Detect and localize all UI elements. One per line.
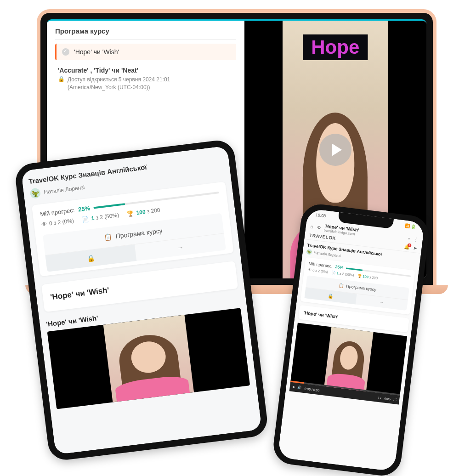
- progress-label: Мій прогрес:: [308, 261, 333, 268]
- stat-trophy: 🏆 100 з 200: [357, 274, 378, 280]
- program-title: Програма курсу: [55, 27, 236, 40]
- refresh-icon[interactable]: ⟲: [317, 225, 321, 230]
- lock-icon: 🔒: [86, 254, 95, 262]
- lesson-video-block: 'Hope' чи 'Wish': [46, 296, 250, 409]
- avatar-icon: 🦖: [29, 187, 41, 199]
- lesson-title: 'Hope' чи 'Wish': [74, 48, 119, 56]
- stat-docs: 📄 1 з 2 (50%): [331, 271, 354, 278]
- avatar-icon: 🦖: [306, 249, 312, 255]
- locked-lesson-sub: Доступ відкриється 5 червня 2024 21:01 (…: [68, 76, 170, 91]
- stat-docs: 📄1 1 з 2 (50%)з 2 (50%): [82, 212, 119, 223]
- locked-lesson-title: 'Accurate' , 'Tidy' чи 'Neat': [58, 67, 233, 74]
- bell-badge: 1: [408, 243, 412, 247]
- list-icon: 📋: [339, 283, 344, 288]
- list-icon: 📋: [104, 233, 113, 241]
- tablet-mockup: TravelOK Курс Знавців Англійської 🦖 Ната…: [14, 139, 269, 462]
- video-overlay-text: Hope: [303, 34, 368, 60]
- program-title: Програма курсу: [115, 227, 163, 240]
- progress-percent: 25%: [335, 265, 344, 270]
- check-icon: [62, 48, 69, 56]
- speed-label[interactable]: 1x: [378, 396, 381, 400]
- program-title: Програма курсу: [346, 284, 377, 292]
- menu-icon[interactable]: ⋮: [413, 236, 418, 242]
- progress-percent: 25%: [78, 205, 91, 213]
- trophy-icon: 🏆: [127, 210, 135, 217]
- share-icon[interactable]: ➤: [413, 245, 417, 251]
- fullscreen-icon[interactable]: ⛶: [393, 398, 397, 402]
- instructor-image: [103, 315, 194, 402]
- play-icon[interactable]: ▶: [292, 385, 295, 389]
- progress-label: Мій прогрес:: [40, 207, 75, 218]
- status-icons: 📶 🔋: [404, 223, 416, 229]
- author-name: Наталія Лорензі: [44, 184, 85, 196]
- instructor-image: [324, 327, 373, 391]
- phone-screen: 10:03 📶 🔋 ⌂ ⟲ 'Hope' чи 'Wish' travelok.…: [278, 208, 425, 471]
- home-icon[interactable]: ⌂: [310, 224, 313, 229]
- progress-card: Мій прогрес: 25% 👁0 з 2 (0%) 📄1 1 з 2 (5…: [32, 181, 234, 277]
- document-icon: 📄: [82, 215, 90, 223]
- progress-card: Мій прогрес: 25% 👁 0 з 2 (0%) 📄 1 з 2 (5…: [300, 257, 415, 315]
- arrow-right-icon: →: [176, 243, 184, 251]
- author-name: Наталія Лорензі: [313, 250, 341, 258]
- stat-trophy: 🏆100 з 200: [127, 207, 160, 217]
- brand-logo[interactable]: TRAVELOK: [309, 232, 336, 241]
- lesson-video-block: ▶ 🔊 0:05 / 8:00 1x Auto ⛶: [289, 323, 407, 404]
- time-display: 0:05 / 8:00: [304, 387, 320, 392]
- tabs-icon[interactable]: ▫: [408, 236, 410, 241]
- eye-icon: 👁: [41, 221, 47, 227]
- quality-label[interactable]: Auto: [384, 397, 391, 401]
- stat-views: 👁0 з 2 (0%): [41, 217, 74, 228]
- tablet-screen: TravelOK Курс Знавців Англійської 🦖 Ната…: [21, 146, 262, 454]
- volume-icon[interactable]: 🔊: [297, 386, 302, 390]
- lesson-item-active[interactable]: 'Hope' чи 'Wish': [55, 44, 236, 60]
- play-button-icon[interactable]: [319, 134, 351, 166]
- status-time: 10:03: [315, 213, 326, 219]
- lock-icon: 🔒: [58, 76, 65, 82]
- bell-icon[interactable]: 🔔1: [404, 244, 410, 250]
- lesson-item-locked[interactable]: 'Accurate' , 'Tidy' чи 'Neat' 🔒 Доступ в…: [55, 67, 236, 94]
- stat-views: 👁 0 з 2 (0%): [308, 267, 329, 274]
